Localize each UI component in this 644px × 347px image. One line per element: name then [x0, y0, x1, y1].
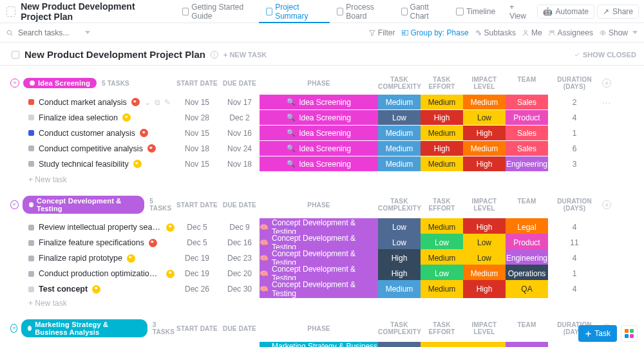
- task-name[interactable]: Study technical feasibility: [39, 160, 129, 169]
- due-date-cell[interactable]: Nov 24: [220, 144, 260, 153]
- start-date-cell[interactable]: Dec 19: [175, 254, 220, 263]
- task-row[interactable]: Finalize feature specificationsDec 5Dec …: [8, 233, 636, 249]
- impact-cell[interactable]: Low: [463, 342, 506, 347]
- column-header-due[interactable]: DUE DATE: [220, 80, 260, 87]
- due-date-cell[interactable]: Dec 20: [220, 269, 260, 278]
- task-row[interactable]: Finalize idea selectionNov 28Dec 2🔍Idea …: [8, 109, 636, 125]
- subtasks-button[interactable]: Subtasks: [475, 28, 516, 37]
- duration-cell[interactable]: 3: [548, 160, 601, 169]
- task-name[interactable]: Review intellectual property search: [39, 223, 162, 232]
- column-header-effort[interactable]: TASK EFFORT: [421, 198, 463, 212]
- column-header-impact[interactable]: IMPACT LEVEL: [463, 198, 506, 212]
- priority-flag-icon[interactable]: [147, 144, 156, 153]
- task-row[interactable]: Conduct competitive analysisNov 18Nov 24…: [8, 140, 636, 156]
- impact-cell[interactable]: Medium: [463, 95, 506, 109]
- tab-guide[interactable]: Getting Started Guide: [175, 0, 259, 23]
- team-cell[interactable]: Engineering: [506, 342, 548, 347]
- impact-cell[interactable]: Medium: [463, 141, 506, 156]
- new-task-button[interactable]: + NEW TASK: [223, 51, 267, 59]
- task-name[interactable]: Test concept: [39, 285, 88, 294]
- tab-gantt[interactable]: Gantt Chart: [394, 0, 450, 23]
- column-header-phase[interactable]: PHASE: [260, 202, 378, 209]
- phase-cell[interactable]: 🔍Idea Screening: [260, 141, 378, 156]
- task-name[interactable]: Finalize idea selection: [39, 113, 118, 122]
- task-status-icon[interactable]: [28, 240, 34, 246]
- search-input[interactable]: [17, 28, 81, 38]
- column-header-impact[interactable]: IMPACT LEVEL: [463, 76, 506, 90]
- task-row[interactable]: Test conceptDec 26Dec 30🧠Concept Develop…: [8, 279, 636, 295]
- collapse-group-icon[interactable]: [10, 79, 19, 88]
- task-row[interactable]: Conduct production optimization analysis…: [8, 264, 636, 279]
- start-date-cell[interactable]: Dec 26: [175, 285, 220, 294]
- row-menu-button[interactable]: ···: [601, 97, 612, 108]
- phase-cell[interactable]: 📣Marketing Strategy & Business Analysis: [260, 342, 378, 347]
- complexity-cell[interactable]: Medium: [378, 126, 421, 140]
- task-name[interactable]: Conduct production optimization analysis: [39, 269, 162, 278]
- complexity-cell[interactable]: Low: [378, 342, 421, 347]
- impact-cell[interactable]: Low: [463, 110, 506, 125]
- duration-cell[interactable]: 4: [548, 113, 601, 122]
- duration-cell[interactable]: 11: [548, 238, 601, 247]
- show-closed-button[interactable]: SHOW CLOSED: [574, 51, 636, 59]
- edit-icon[interactable]: ✎: [164, 98, 171, 107]
- tab-timeline[interactable]: Timeline: [449, 0, 502, 23]
- task-status-icon[interactable]: [28, 286, 34, 292]
- group-badge[interactable]: Idea Screening: [23, 78, 97, 88]
- task-status-icon[interactable]: [28, 225, 34, 230]
- start-date-cell[interactable]: Nov 15: [175, 98, 220, 107]
- duration-cell[interactable]: 1: [548, 269, 601, 278]
- phase-cell[interactable]: 🔍Idea Screening: [260, 126, 378, 140]
- due-date-cell[interactable]: Dec 9: [220, 223, 260, 232]
- new-task-row[interactable]: + New task: [8, 171, 636, 187]
- priority-flag-icon[interactable]: [122, 113, 131, 122]
- collapse-all-icon[interactable]: [12, 51, 19, 59]
- duration-cell[interactable]: 4: [548, 254, 601, 263]
- start-date-cell[interactable]: Nov 18: [175, 144, 220, 153]
- priority-flag-icon[interactable]: [127, 254, 135, 263]
- task-status-icon[interactable]: [28, 130, 34, 136]
- group-badge[interactable]: Marketing Strategy & Business Analysis: [21, 319, 147, 337]
- tab-summary[interactable]: Project Summary: [259, 0, 330, 23]
- effort-cell[interactable]: Medium: [421, 95, 463, 109]
- column-header-effort[interactable]: TASK EFFORT: [421, 321, 463, 335]
- group-badge[interactable]: Concept Development & Testing: [23, 196, 144, 214]
- complexity-cell[interactable]: Medium: [378, 156, 421, 171]
- due-date-cell[interactable]: Dec 2: [220, 113, 260, 122]
- show-button[interactable]: Show: [600, 28, 638, 37]
- phase-cell[interactable]: 🧠Concept Development & Testing: [260, 280, 378, 298]
- task-row[interactable]: Finalize sales forecastNov 23Nov 25📣Mark…: [8, 341, 636, 347]
- column-header-team[interactable]: TEAM: [506, 198, 548, 212]
- group-by-button[interactable]: Group by: Phase: [402, 28, 469, 37]
- task-name[interactable]: Finalize feature specifications: [39, 238, 144, 247]
- effort-cell[interactable]: High: [421, 141, 463, 156]
- column-header-phase[interactable]: PHASE: [260, 80, 378, 87]
- priority-flag-icon[interactable]: [140, 129, 148, 137]
- filter-button[interactable]: Filter: [369, 28, 395, 37]
- start-date-cell[interactable]: Dec 5: [175, 238, 220, 247]
- impact-cell[interactable]: High: [463, 126, 506, 140]
- start-date-cell[interactable]: Nov 28: [175, 113, 220, 122]
- start-date-cell[interactable]: Nov 15: [175, 129, 220, 138]
- assignees-button[interactable]: Assignees: [549, 28, 593, 37]
- priority-flag-icon[interactable]: [166, 270, 175, 278]
- complexity-cell[interactable]: Low: [378, 110, 421, 125]
- task-name[interactable]: Conduct market analysis: [39, 98, 127, 107]
- task-name[interactable]: Conduct customer analysis: [39, 129, 135, 138]
- column-header-phase[interactable]: PHASE: [260, 325, 378, 332]
- task-status-icon[interactable]: [28, 271, 34, 277]
- team-cell[interactable]: Sales: [506, 141, 548, 156]
- link-icon[interactable]: ⧉: [155, 98, 160, 107]
- team-cell[interactable]: Sales: [506, 126, 548, 140]
- priority-flag-icon[interactable]: [166, 223, 175, 232]
- task-status-icon[interactable]: [28, 161, 34, 167]
- collapse-group-icon[interactable]: [10, 324, 17, 333]
- start-date-cell[interactable]: Nov 15: [175, 160, 220, 169]
- column-header-duration[interactable]: DURATION (DAYS): [548, 76, 601, 90]
- priority-flag-icon[interactable]: [92, 285, 100, 294]
- column-header-due[interactable]: DUE DATE: [220, 325, 260, 332]
- task-row[interactable]: Conduct market analysis⌄⧉✎Nov 15Nov 17🔍I…: [8, 94, 636, 109]
- column-header-team[interactable]: TEAM: [506, 76, 548, 90]
- search-box[interactable]: [6, 28, 97, 38]
- task-row[interactable]: Review intellectual property searchDec 5…: [8, 218, 636, 233]
- priority-flag-icon[interactable]: [133, 160, 142, 168]
